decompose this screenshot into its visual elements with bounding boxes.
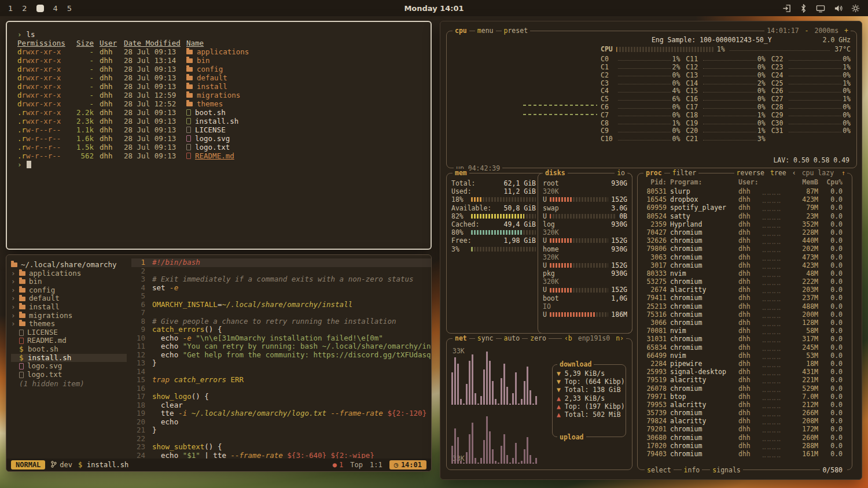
- process-row[interactable]: 2674alacrittydhh⣀⣀⣀⣀203M0.0: [642, 286, 843, 294]
- workspace-1[interactable]: 1: [8, 4, 13, 13]
- process-row[interactable]: 80531slurpdhh⣀⣀⣀⣀87M0.0: [642, 187, 843, 195]
- menu-button[interactable]: menu: [475, 27, 496, 35]
- iface-prev-button[interactable]: ‹b: [564, 334, 572, 342]
- terminal-window[interactable]: › ls Permissions Size User Date Modified…: [6, 21, 432, 250]
- process-row[interactable]: 70427chromiumdhh⣀⣀⣀⣀228M0.0: [642, 228, 843, 236]
- display-icon[interactable]: [816, 4, 825, 13]
- process-row[interactable]: 25993signal-desktopdhh⣀⣀⣀⣀431M0.0: [642, 368, 843, 376]
- process-row[interactable]: 79403chromiumdhh⣀⣀⣀⣀161M0.0: [642, 450, 843, 458]
- tree-item-install-sh[interactable]: $install.sh: [11, 354, 127, 363]
- auto-button[interactable]: auto: [502, 334, 523, 342]
- process-row[interactable]: 25213chromiumdhh⣀⣀⣀⣀488M0.0: [642, 302, 843, 310]
- disk-used-meter: [550, 197, 608, 202]
- workspace-active[interactable]: [36, 5, 44, 12]
- process-row[interactable]: 53275chromiumdhh⣀⣀⣀⣀222M0.0: [642, 278, 843, 286]
- tree-item-migrations[interactable]: ›migrations: [11, 312, 127, 320]
- tree-item-logo-svg[interactable]: logo.svg: [11, 362, 127, 371]
- reverse-button[interactable]: reverse: [737, 169, 764, 177]
- column-header-memb[interactable]: MemB: [793, 178, 818, 186]
- process-pid: 2674: [642, 286, 667, 294]
- io-mode-button[interactable]: io: [615, 169, 627, 177]
- process-mem: 237M: [793, 294, 818, 302]
- column-header-pid[interactable]: Pid:: [642, 178, 667, 186]
- file-name: README.md: [186, 151, 420, 160]
- column-header-program[interactable]: Program:: [670, 178, 735, 186]
- process-row[interactable]: 3017chromiumdhh⣀⣀⣀⣀423M0.0: [642, 261, 843, 269]
- tree-item-logo-txt[interactable]: logo.txt: [11, 371, 127, 379]
- process-row[interactable]: 65834chromiumdhh⣀⣀⣀⣀245M0.0: [642, 343, 843, 352]
- sync-button[interactable]: sync: [475, 334, 496, 342]
- process-name: chromium: [670, 228, 735, 236]
- process-row[interactable]: 2359Hyprlanddhh⣀⣀⣀⣀352M0.0: [642, 220, 843, 228]
- settings-icon[interactable]: [851, 4, 860, 13]
- select-hint[interactable]: select: [645, 466, 674, 474]
- process-row[interactable]: 32626chromiumdhh⣀⣀⣀⣀440M0.0: [642, 236, 843, 245]
- process-row[interactable]: 79411chromiumdhh⣀⣀⣀⣀237M0.0: [642, 294, 843, 302]
- signals-hint[interactable]: signals: [710, 466, 742, 474]
- net-graph-bar: [512, 458, 514, 464]
- proc-rows: 80531slurpdhh⣀⣀⣀⣀87M0.016545dropboxdhh⣀⣀…: [642, 187, 843, 465]
- tree-button[interactable]: tree: [770, 169, 786, 177]
- logout-icon[interactable]: [782, 4, 791, 13]
- tree-item-default[interactable]: ›default: [11, 294, 127, 303]
- process-row[interactable]: 79806chromiumdhh⣀⣀⣀⣀202M0.0: [642, 245, 843, 253]
- column-header-cpu[interactable]: Cpu%: [822, 178, 843, 186]
- code-editor[interactable]: 1#!/bin/bash23# Exit immediately if a co…: [131, 255, 431, 459]
- process-row[interactable]: 69959spotify_playerdhh⣀⣀⣀⣀79M0.0: [642, 204, 843, 212]
- mem-stat-value: 49,4 GiB: [504, 220, 536, 228]
- tree-item-config[interactable]: ›config: [11, 286, 127, 295]
- workspace-2[interactable]: 2: [22, 4, 27, 13]
- process-row[interactable]: 79201chromiumdhh⣀⣀⣀⣀172M0.0: [642, 425, 843, 433]
- preset-button[interactable]: preset: [502, 27, 531, 35]
- process-row[interactable]: 3063chromiumdhh⣀⣀⣀⣀473M0.0: [642, 253, 843, 261]
- process-row[interactable]: 70081nvimdhh⣀⣀⣀⣀58M0.0: [642, 327, 843, 335]
- tree-item-boot-sh[interactable]: $boot.sh: [11, 345, 127, 354]
- tree-item-themes[interactable]: ›themes: [11, 320, 127, 328]
- file-permissions: .rwxr-xr-x: [17, 108, 66, 117]
- scroll-up-arrow[interactable]: ↑: [840, 169, 847, 177]
- process-row[interactable]: 35739chromiumdhh⣀⣀⣀⣀266M0.0: [642, 409, 843, 417]
- process-row[interactable]: 79953alacrittydhh⣀⣀⣀⣀212M0.0: [642, 401, 843, 409]
- process-row[interactable]: 17020chromiumdhh⣀⣀⣀⣀288M0.0: [642, 442, 843, 450]
- workspace-4[interactable]: 4: [53, 4, 58, 13]
- process-row[interactable]: 2284pipewiredhh⣀⣀⣀⣀18M0.0: [642, 360, 843, 368]
- tree-item-applications[interactable]: ›applications: [11, 269, 127, 278]
- tree-item-readme-md[interactable]: README.md: [11, 337, 127, 345]
- process-row[interactable]: 79971btopdhh⣀⣀⣀⣀7.0M0.0: [642, 393, 843, 401]
- iface-next-button[interactable]: n›: [616, 334, 624, 342]
- interval-plus-button[interactable]: +: [844, 27, 848, 35]
- tree-item--local-share-omarchy[interactable]: ~/.local/share/omarchy: [11, 261, 127, 269]
- process-row[interactable]: 79519alacrittydhh⣀⣀⣀⣀221M0.0: [642, 376, 843, 384]
- process-row[interactable]: 30680chromiumdhh⣀⣀⣀⣀260M0.0: [642, 434, 843, 442]
- process-row[interactable]: 79824alacrittydhh⣀⣀⣀⣀208M0.0: [642, 417, 843, 425]
- interval-minus-button[interactable]: -: [805, 27, 809, 35]
- workspace-5[interactable]: 5: [67, 4, 72, 13]
- info-hint[interactable]: info: [682, 466, 703, 474]
- column-header-user[interactable]: User:: [738, 178, 758, 186]
- process-row[interactable]: 66499nvimdhh⣀⣀⣀⣀53M0.0: [642, 352, 843, 360]
- process-cpu: 0.0: [822, 360, 843, 368]
- process-row[interactable]: 75316chromiumdhh⣀⣀⣀⣀200M0.0: [642, 310, 843, 319]
- download-speed: ▼ 5,39 KiB/s: [557, 369, 621, 378]
- tree-item-license[interactable]: LICENSE: [11, 328, 127, 337]
- volume-icon[interactable]: [834, 4, 843, 13]
- process-row[interactable]: 80524sattydhh⣀⣀⣀⣀23M0.0: [642, 212, 843, 220]
- btop-window[interactable]: cpu menu preset 14:01:17 - 2000ms + Eng …: [440, 21, 862, 480]
- sort-prev-button[interactable]: ‹: [792, 169, 796, 177]
- bluetooth-icon[interactable]: [800, 4, 807, 13]
- process-row[interactable]: 16545dropboxdhh⣀⣀⣀⣀423M0.0: [642, 195, 843, 204]
- process-cpu-graph: ⣀⣀⣀⣀: [762, 294, 789, 302]
- process-row[interactable]: 80333nvimdhh⣀⣀⣀⣀48M0.0: [642, 269, 843, 278]
- code-line: 12 echo "Get help from the community: ht…: [131, 351, 431, 360]
- process-row[interactable]: 26078chromiumdhh⣀⣀⣀⣀529M0.0: [642, 385, 843, 393]
- disk-used-label: U: [543, 236, 547, 245]
- process-row[interactable]: 31031chromiumdhh⣀⣀⣀⣀317M0.0: [642, 335, 843, 343]
- file-date: 28 Jul 09:13: [124, 82, 181, 91]
- zero-button[interactable]: zero: [528, 334, 549, 342]
- tree-item-install[interactable]: ›install: [11, 303, 127, 312]
- filter-button[interactable]: filter: [670, 169, 699, 177]
- process-row[interactable]: 3066chromiumdhh⣀⣀⣀⣀128M0.0: [642, 319, 843, 327]
- net-graph-bar: [451, 372, 453, 405]
- editor-window[interactable]: ~/.local/share/omarchy›applications›bin›…: [6, 254, 432, 472]
- tree-item-bin[interactable]: ›bin: [11, 278, 127, 286]
